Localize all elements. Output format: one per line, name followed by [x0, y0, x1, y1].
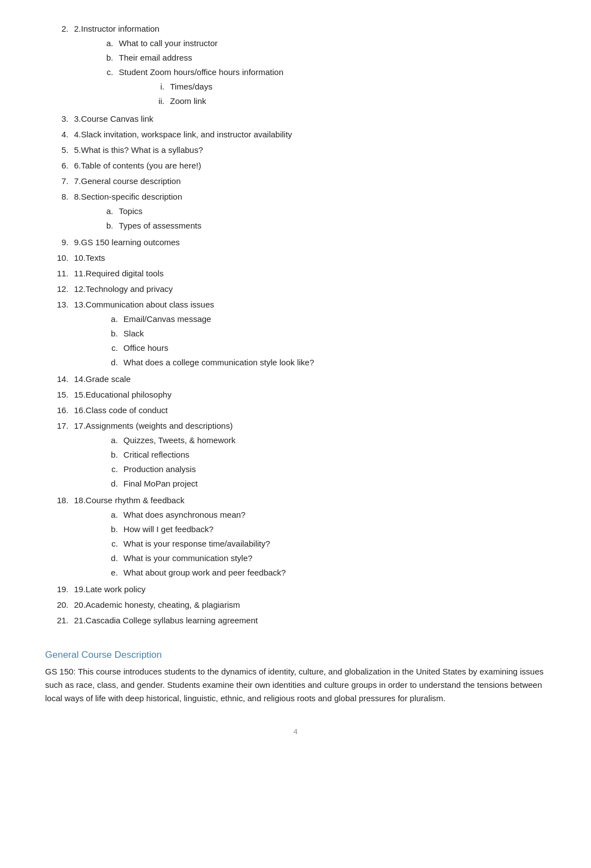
list-item: Topics: [98, 205, 546, 218]
list-item: 14. Grade scale: [45, 373, 546, 386]
list-item: Critical reflections: [102, 448, 546, 462]
page-content: 2. Instructor information What to call y…: [45, 22, 546, 736]
item-number: 17.: [74, 419, 86, 492]
list-item: Slack: [102, 327, 546, 340]
list-item: Production analysis: [102, 463, 546, 476]
list-item: 15. Educational philosophy: [45, 388, 546, 401]
item-number: 13.: [74, 298, 86, 370]
list-item: 18. Course rhythm & feedback What does a…: [45, 494, 546, 581]
item-label: What is your response time/availability?: [124, 539, 270, 548]
item-number: 6.: [74, 159, 81, 172]
item-label: Types of assessments: [119, 221, 201, 230]
item-label: Academic honesty, cheating, & plagiarism: [86, 600, 240, 609]
list-item: Their email address: [98, 51, 546, 65]
item-label: What does asynchronous mean?: [124, 510, 245, 519]
item-label: What is your communication style?: [124, 553, 253, 563]
item-number: 11.: [74, 267, 86, 280]
list-item: Office hours: [102, 341, 546, 355]
item-label: Student Zoom hours/office hours informat…: [119, 67, 284, 77]
item-label: Slack invitation, workspace link, and in…: [81, 130, 292, 139]
list-item: What does asynchronous mean?: [102, 508, 546, 522]
item-label: Communication about class issues: [86, 300, 214, 309]
general-course-section: General Course Description GS 150: This …: [45, 649, 546, 705]
list-item: 10. Texts: [45, 251, 546, 265]
item-label: Cascadia College syllabus learning agree…: [86, 616, 258, 625]
item-label: Production analysis: [124, 464, 196, 474]
list-item: 17. Assignments (weights and description…: [45, 419, 546, 492]
item-label: How will I get feedback?: [124, 524, 214, 534]
list-item: 4. Slack invitation, workspace link, and…: [45, 128, 546, 141]
item-label: Required digital tools: [86, 269, 164, 278]
list-item: Types of assessments: [98, 219, 546, 232]
list-item: What about group work and peer feedback?: [102, 566, 546, 579]
item-label: Technology and privacy: [86, 284, 173, 294]
item-label: Table of contents (you are here!): [81, 161, 201, 170]
list-item: 8. Section-specific description Topics T…: [45, 190, 546, 234]
item-label: Section-specific description: [81, 192, 183, 201]
page-number: 4: [45, 727, 546, 736]
list-item: What to call your instructor: [98, 37, 546, 50]
list-item: 9. GS 150 learning outcomes: [45, 236, 546, 249]
item-label: Assignments (weights and descriptions): [86, 421, 233, 430]
list-item: What is your communication style?: [102, 552, 546, 565]
item-label: Texts: [86, 253, 105, 262]
item-number: 18.: [74, 494, 86, 581]
alpha-sublist: What does asynchronous mean? How will I …: [86, 508, 546, 579]
item-number: 7.: [74, 175, 81, 188]
list-item: 19. Late work policy: [45, 583, 546, 596]
item-number: 4.: [74, 128, 81, 141]
list-item: 16. Class code of conduct: [45, 404, 546, 417]
toc-list: 2. Instructor information What to call y…: [45, 22, 546, 627]
item-number: 14.: [74, 373, 86, 386]
list-item: What does a college communication style …: [102, 356, 546, 369]
item-number: 21.: [74, 614, 86, 627]
item-number: 12.: [74, 282, 86, 296]
item-number: 19.: [74, 583, 86, 596]
item-label: Zoom link: [170, 96, 206, 106]
item-label: Educational philosophy: [86, 390, 171, 399]
list-item: Final MoPan project: [102, 477, 546, 490]
list-item: Quizzes, Tweets, & homework: [102, 434, 546, 447]
list-item: 13. Communication about class issues Ema…: [45, 298, 546, 370]
section-heading: General Course Description: [45, 649, 546, 661]
item-label: Quizzes, Tweets, & homework: [124, 435, 235, 445]
roman-sublist: Times/days Zoom link: [119, 80, 546, 108]
alpha-sublist: What to call your instructor Their email…: [81, 37, 546, 109]
list-item: Student Zoom hours/office hours informat…: [98, 66, 546, 109]
list-item: Email/Canvas message: [102, 313, 546, 326]
item-number: 9.: [74, 236, 81, 249]
alpha-sublist: Email/Canvas message Slack Office hours …: [86, 313, 546, 369]
item-number: 10.: [74, 251, 86, 265]
item-label: GS 150 learning outcomes: [81, 237, 180, 247]
item-label: What is this? What is a syllabus?: [81, 145, 203, 155]
item-label: Final MoPan project: [124, 479, 198, 488]
item-number: 16.: [74, 404, 86, 417]
item-label: Course rhythm & feedback: [86, 495, 185, 505]
item-label: Course Canvas link: [81, 114, 154, 123]
item-number: 8.: [74, 190, 81, 234]
item-number: 2.: [74, 22, 81, 110]
list-item: Times/days: [147, 80, 546, 93]
item-label: Grade scale: [86, 374, 131, 384]
list-item: 5. What is this? What is a syllabus?: [45, 143, 546, 157]
list-item: 2. Instructor information What to call y…: [45, 22, 546, 110]
item-label: What about group work and peer feedback?: [124, 568, 286, 577]
list-item: Zoom link: [147, 95, 546, 108]
item-label: Email/Canvas message: [124, 314, 211, 324]
item-label: Late work policy: [86, 584, 146, 594]
item-label: Class code of conduct: [86, 405, 168, 415]
list-item: What is your response time/availability?: [102, 537, 546, 550]
list-item: 7. General course description: [45, 175, 546, 188]
item-label: Critical reflections: [124, 450, 189, 459]
item-label: What to call your instructor: [119, 38, 218, 48]
list-item: 12. Technology and privacy: [45, 282, 546, 296]
item-label: Their email address: [119, 53, 193, 62]
list-item: 20. Academic honesty, cheating, & plagia…: [45, 598, 546, 612]
item-number: 20.: [74, 598, 86, 612]
item-number: 3.: [74, 112, 81, 126]
item-label: Times/days: [170, 82, 213, 91]
list-item: How will I get feedback?: [102, 523, 546, 536]
list-item: 21. Cascadia College syllabus learning a…: [45, 614, 546, 627]
item-label: General course description: [81, 176, 181, 186]
list-item: 11. Required digital tools: [45, 267, 546, 280]
